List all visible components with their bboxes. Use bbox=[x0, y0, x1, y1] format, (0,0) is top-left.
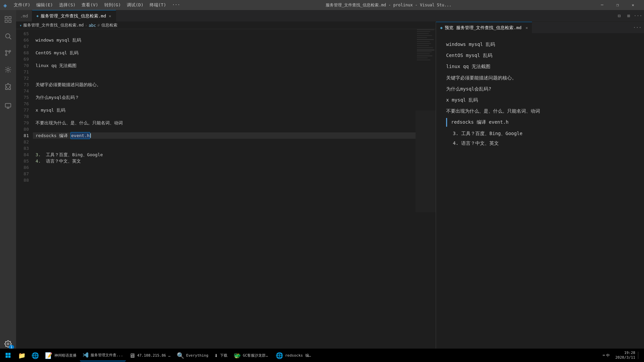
line-number: 69 bbox=[16, 56, 29, 62]
svg-point-9 bbox=[7, 68, 9, 71]
svg-rect-13 bbox=[417, 31, 430, 32]
download-icon: ⬇ bbox=[214, 352, 218, 359]
start-button[interactable] bbox=[1, 349, 15, 362]
code-content[interactable]: windows mysql 乱码CentOS mysql 乱码linux qq … bbox=[33, 29, 416, 355]
preview-paragraph: 4. 语言？中文、英文 bbox=[453, 139, 634, 147]
code-line bbox=[33, 113, 416, 120]
close-button[interactable]: ✕ bbox=[625, 0, 641, 10]
right-more-actions[interactable]: ··· bbox=[633, 23, 641, 32]
svg-rect-28 bbox=[416, 111, 436, 212]
redsocks-label: redsocks 编译 ev... bbox=[285, 353, 312, 358]
split-layout-button[interactable]: ⊞ bbox=[625, 12, 633, 20]
sidebar-item-explorer[interactable] bbox=[0, 11, 16, 27]
line-number: 82 bbox=[16, 139, 29, 145]
code-editor[interactable]: 6566676869707172737475767778798081828384… bbox=[16, 29, 436, 355]
tray-lang[interactable]: 中 bbox=[606, 353, 610, 358]
svg-rect-18 bbox=[417, 41, 430, 42]
line-number: 78 bbox=[16, 113, 29, 120]
svg-rect-32 bbox=[8, 356, 11, 358]
taskbar: 📁 🌐 📝 神州暗语直播 服务管理文件查... 🖥 47.108.215.86 … bbox=[0, 349, 644, 362]
breadcrumb-section[interactable]: abc bbox=[89, 23, 96, 28]
taskbar-神州暗语[interactable]: 📝 神州暗语直播 bbox=[42, 349, 79, 361]
app1-label: 神州暗语直播 bbox=[54, 353, 76, 358]
main-layout: 1 .md ◆ 服务管理_文件查找_信息检索.md ✕ ⊟ ⊞ ··· bbox=[0, 10, 644, 355]
line-number: 70 bbox=[16, 62, 29, 69]
tab-md[interactable]: .md bbox=[16, 10, 32, 21]
taskbar-terminal[interactable]: 🖥 47.108.215.86 (ro... bbox=[126, 349, 173, 361]
svg-rect-17 bbox=[417, 39, 434, 40]
minimap bbox=[416, 29, 436, 355]
preview-tab[interactable]: ◆ 预览 服务管理_文件查找_信息检索.md ✕ bbox=[436, 22, 532, 33]
menu-file[interactable]: 文件(F) bbox=[11, 1, 33, 9]
svg-rect-26 bbox=[417, 58, 428, 58]
code-line: redsocks 编译 event.h bbox=[33, 132, 416, 139]
show-desktop-button[interactable] bbox=[638, 352, 640, 359]
menu-debug[interactable]: 调试(D) bbox=[124, 1, 146, 9]
taskbar-file-explorer[interactable]: 📁 bbox=[15, 349, 28, 361]
preview-paragraph: redsocks 编译 event.h bbox=[446, 118, 634, 126]
title-bar: ◈ 文件(F) 编辑(E) 选择(S) 查看(V) 转到(G) 调试(D) 终端… bbox=[0, 0, 644, 10]
breadcrumb-heading[interactable]: 信息检索 bbox=[101, 22, 117, 28]
clock-date: 2020/3/11 bbox=[615, 355, 635, 360]
split-editor-button[interactable]: ⊟ bbox=[615, 12, 623, 20]
menu-more[interactable]: ··· bbox=[169, 1, 182, 9]
line-number: 88 bbox=[16, 177, 29, 183]
code-line bbox=[33, 88, 416, 94]
clock-display: 19:28 2020/3/11 bbox=[615, 351, 635, 360]
sidebar-item-source-control[interactable] bbox=[0, 45, 16, 61]
tab-bar: .md ◆ 服务管理_文件查找_信息检索.md ✕ ⊟ ⊞ ··· bbox=[16, 10, 644, 22]
tab-main-md[interactable]: ◆ 服务管理_文件查找_信息检索.md ✕ bbox=[32, 10, 116, 21]
sidebar-item-search[interactable] bbox=[0, 28, 16, 44]
svg-rect-15 bbox=[417, 35, 432, 36]
right-panel: ◆ 预览 服务管理_文件查找_信息检索.md ✕ ··· windows mys… bbox=[436, 22, 644, 355]
taskbar-clock[interactable]: 19:28 2020/3/11 bbox=[613, 352, 637, 359]
menu-terminal[interactable]: 终端(T) bbox=[147, 1, 169, 9]
menu-select[interactable]: 选择(S) bbox=[56, 1, 78, 9]
menu-edit[interactable]: 编辑(E) bbox=[34, 1, 55, 9]
vscode-taskbar-label: 服务管理文件查... bbox=[91, 353, 123, 358]
file-explorer-icon: 📁 bbox=[18, 352, 25, 359]
preview-paragraph: 关键字必须要能描述问题的核心。 bbox=[446, 74, 634, 82]
more-actions-button[interactable]: ··· bbox=[634, 12, 642, 20]
sidebar-item-extensions[interactable] bbox=[0, 78, 16, 95]
svg-rect-12 bbox=[417, 29, 434, 30]
svg-point-8 bbox=[5, 54, 7, 56]
sidebar-item-remote[interactable] bbox=[0, 98, 16, 114]
menu-bar: 文件(F) 编辑(E) 选择(S) 查看(V) 转到(G) 调试(D) 终端(T… bbox=[11, 1, 183, 9]
svg-rect-14 bbox=[417, 33, 429, 34]
code-line bbox=[33, 31, 416, 37]
taskbar-everything[interactable]: 🔍 Everything bbox=[174, 349, 211, 361]
code-line bbox=[33, 43, 416, 50]
line-number: 87 bbox=[16, 171, 29, 177]
window-controls: ─ ❐ ✕ bbox=[594, 0, 641, 10]
svg-point-11 bbox=[7, 343, 9, 345]
minimize-button[interactable]: ─ bbox=[594, 0, 610, 10]
breadcrumb-sep1: › bbox=[85, 23, 87, 28]
taskbar-download[interactable]: ⬇ 下载 bbox=[212, 349, 230, 361]
preview-paragraph: 不要出现为什么、是、什么。只能名词、动词 bbox=[446, 107, 634, 115]
sidebar-item-debug[interactable] bbox=[0, 62, 16, 78]
menu-view[interactable]: 查看(V) bbox=[79, 1, 101, 9]
menu-goto[interactable]: 转到(G) bbox=[102, 1, 123, 9]
svg-line-5 bbox=[9, 38, 11, 39]
code-line bbox=[33, 101, 416, 107]
taskbar-vscode[interactable]: 服务管理文件查... bbox=[80, 349, 126, 361]
taskbar-gc[interactable]: 🐲 GC客服沙龙群07... bbox=[231, 349, 272, 361]
svg-rect-30 bbox=[8, 353, 11, 355]
code-line bbox=[33, 56, 416, 62]
tab-close-button[interactable]: ✕ bbox=[108, 13, 112, 19]
breadcrumb-file[interactable]: 服务管理_文件查找_信息检索.md bbox=[23, 22, 84, 28]
preview-paragraph: linux qq 无法截图 bbox=[446, 62, 634, 71]
preview-icon: ◆ bbox=[440, 25, 443, 30]
line-number: 71 bbox=[16, 69, 29, 75]
tray-keyboard[interactable]: ⌨ bbox=[603, 353, 605, 358]
taskbar-edge[interactable]: 🌐 bbox=[29, 349, 42, 361]
line-number: 73 bbox=[16, 81, 29, 88]
tab-actions: ⊟ ⊞ ··· bbox=[613, 10, 644, 21]
activity-bar: 1 bbox=[0, 10, 16, 355]
maximize-button[interactable]: ❐ bbox=[610, 0, 625, 10]
download-label: 下载 bbox=[220, 353, 227, 358]
taskbar-redsocks[interactable]: 🌐 redsocks 编译 ev... bbox=[273, 349, 315, 361]
line-number: 68 bbox=[16, 50, 29, 56]
preview-close-button[interactable]: ✕ bbox=[526, 25, 528, 30]
